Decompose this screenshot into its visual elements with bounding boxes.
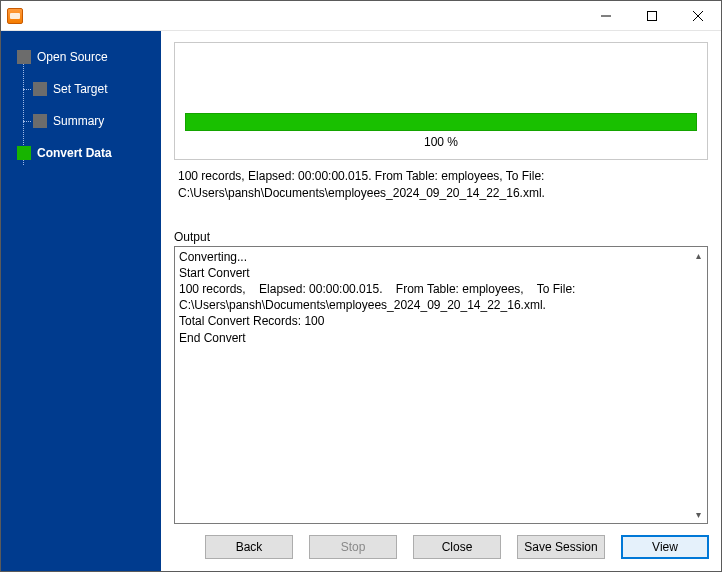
- svg-rect-1: [648, 11, 657, 20]
- scroll-down-icon[interactable]: ▾: [690, 506, 706, 522]
- view-button[interactable]: View: [621, 535, 709, 559]
- output-text: Converting... Start Convert 100 records,…: [179, 249, 689, 521]
- step-marker-icon: [33, 82, 47, 96]
- summary-line: C:\Users\pansh\Documents\employees_2024_…: [178, 185, 704, 202]
- titlebar: [1, 1, 721, 31]
- minimize-button[interactable]: [583, 1, 629, 31]
- progress-panel: 100 %: [174, 42, 708, 160]
- app-window: Open Source Set Target Summary Convert D…: [0, 0, 722, 572]
- sidebar-step-convert-data[interactable]: Convert Data: [1, 137, 161, 169]
- wizard-sidebar: Open Source Set Target Summary Convert D…: [1, 31, 161, 571]
- sidebar-step-set-target[interactable]: Set Target: [1, 73, 161, 105]
- progress-fill: [186, 114, 696, 130]
- window-controls: [583, 1, 721, 31]
- button-row: Back Stop Close Save Session View: [173, 525, 709, 559]
- progress-percent-label: 100 %: [175, 131, 707, 159]
- step-marker-active-icon: [17, 146, 31, 160]
- sidebar-step-summary[interactable]: Summary: [1, 105, 161, 137]
- close-window-button[interactable]: [675, 1, 721, 31]
- main-panel: 100 % 100 records, Elapsed: 00:00:00.015…: [161, 31, 721, 571]
- sidebar-step-label: Open Source: [37, 50, 108, 64]
- progress-bar: [185, 113, 697, 131]
- output-label: Output: [174, 230, 708, 244]
- maximize-button[interactable]: [629, 1, 675, 31]
- sidebar-step-label: Convert Data: [37, 146, 112, 160]
- sidebar-step-label: Summary: [53, 114, 104, 128]
- back-button[interactable]: Back: [205, 535, 293, 559]
- step-marker-icon: [33, 114, 47, 128]
- save-session-button[interactable]: Save Session: [517, 535, 605, 559]
- content-area: Open Source Set Target Summary Convert D…: [1, 31, 721, 571]
- stop-button: Stop: [309, 535, 397, 559]
- close-button[interactable]: Close: [413, 535, 501, 559]
- summary-line: 100 records, Elapsed: 00:00:00.015. From…: [178, 168, 704, 185]
- app-icon: [7, 8, 23, 24]
- output-textarea[interactable]: Converting... Start Convert 100 records,…: [174, 246, 708, 524]
- scroll-up-icon[interactable]: ▴: [690, 248, 706, 264]
- summary-text: 100 records, Elapsed: 00:00:00.015. From…: [174, 160, 708, 206]
- step-marker-icon: [17, 50, 31, 64]
- output-section: Output Converting... Start Convert 100 r…: [174, 230, 708, 524]
- sidebar-step-open-source[interactable]: Open Source: [1, 41, 161, 73]
- sidebar-step-label: Set Target: [53, 82, 107, 96]
